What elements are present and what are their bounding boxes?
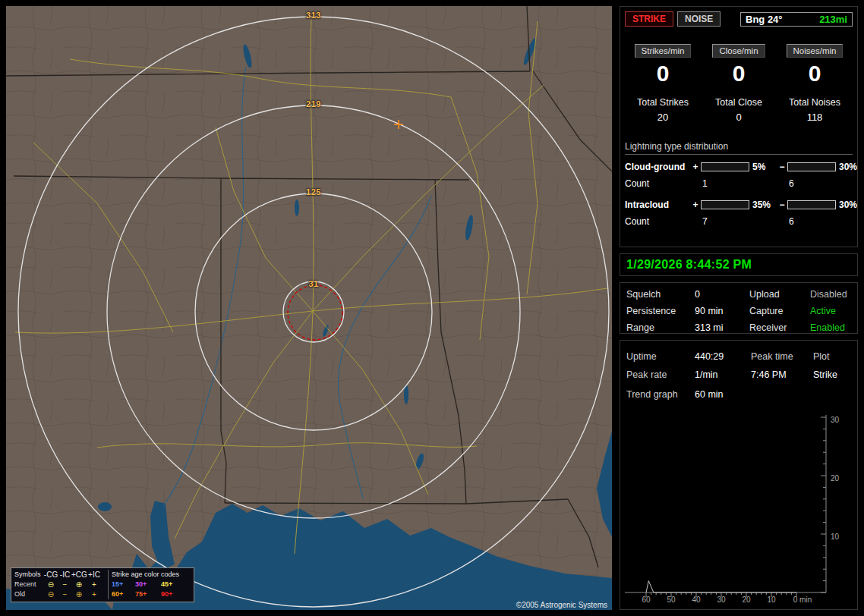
minus-sign: − [777,162,787,172]
cloud-ground-count-row: Count 1 6 [625,178,853,189]
setting-label: Upload [749,289,810,300]
radar-map[interactable]: 313 219 125 31 Symbols -CG -IC +CG +IC S… [6,6,612,610]
intracloud-count-row: Count 7 6 [625,216,853,227]
x-tick-10: 10 [767,596,775,604]
cg-plus-bar [701,162,749,171]
age-15: 15+ [108,580,135,589]
age-90: 90+ [161,589,191,599]
noises-per-min-column: Noises/min 0 Total Noises 118 [777,43,853,123]
legend-col--cg: -CG [43,570,58,580]
cg-minus-bar [787,162,836,171]
stat-value: 7:46 PM [751,369,813,380]
neg-cg-icon: ⊖ [43,580,58,589]
setting-value: 90 min [695,306,749,316]
stats-section: Uptime 440:29 Peak time Plot Peak rate 1… [620,340,858,610]
strikes-per-min-button[interactable]: Strikes/min [635,44,692,58]
bearing-distance: 213mi [819,14,847,25]
stat-label: Peak time [751,351,813,362]
total-strikes-label: Total Strikes [625,97,701,108]
age-30: 30+ [135,580,161,589]
setting-value: Active [810,306,851,316]
trend-graph-canvas [625,403,853,606]
stat-value: 440:29 [695,351,751,362]
neg-ic-icon: − [58,580,71,589]
total-noises-label: Total Noises [777,97,853,108]
total-strikes-value: 20 [625,112,701,123]
map-terrain [6,6,612,610]
bearing-label: Bng 24° [746,14,783,25]
rate-counters: Strikes/min 0 Total Strikes 20 Close/min… [625,43,853,123]
stat-value: Strike [813,369,851,380]
age-60: 60+ [108,589,135,599]
pos-ic-old-icon: + [87,589,102,599]
settings-section: Squelch 0 Upload Disabled Persistence 90… [620,282,858,334]
pos-cg-old-icon: ⊕ [71,589,87,599]
x-tick-40: 40 [692,596,700,604]
status-panel: STRIKE NOISE Bng 24° 213mi Strikes/min 0… [620,6,858,610]
ic-minus-bar [787,200,836,209]
stat-label: Uptime [626,351,695,362]
setting-value: 0 [695,289,749,300]
legend-col-+ic: +IC [87,570,102,580]
ic-minus-count: 6 [787,216,836,227]
ic-minus-pct: 30% [836,200,859,210]
noises-per-min-button[interactable]: Noises/min [787,44,844,58]
setting-label: Range [626,322,695,333]
setting-value: 313 mi [695,322,749,333]
setting-label: Capture [749,306,810,316]
count-label: Count [625,178,690,189]
ic-plus-pct: 35% [749,200,777,210]
minus-sign: − [777,200,787,210]
distribution-title: Lightning type distribution [625,141,853,155]
age-75: 75+ [135,589,161,599]
legend-symbols-title: Symbols [14,570,43,580]
bearing-display: Bng 24° 213mi [740,12,853,27]
cloud-ground-label: Cloud-ground [625,162,690,172]
strike-mode-button[interactable]: STRIKE [625,11,673,27]
x-tick-50: 50 [667,596,675,604]
map-legend: Symbols -CG -IC +CG +IC Strike age color… [11,567,194,602]
neg-ic-old-icon: − [58,589,71,599]
noises-per-min-value: 0 [777,61,853,86]
ring-label-31: 31 [308,279,318,288]
plus-sign: + [690,162,701,172]
plus-sign: + [690,200,701,210]
trend-series-strike [646,581,796,592]
setting-label: Squelch [626,289,695,300]
legend-col-+cg: +CG [71,570,87,580]
y-tick-30: 30 [831,416,839,424]
setting-value: Enabled [810,322,851,333]
ring-label-313: 313 [306,11,321,20]
close-per-min-column: Close/min 0 Total Close 0 [701,43,777,123]
intracloud-row: Intracloud + 35% − 30% [625,200,853,210]
pos-cg-icon: ⊕ [71,580,87,589]
stat-value: 1/min [695,369,751,380]
ring-label-219: 219 [306,99,321,108]
copyright-text: ©2005 Astrogenic Systems [516,601,607,609]
y-tick-20: 20 [831,474,839,482]
x-tick-30: 30 [717,596,725,604]
close-per-min-button[interactable]: Close/min [712,44,765,58]
age-45: 45+ [161,580,191,589]
setting-label: Persistence [626,306,695,316]
y-tick-10: 10 [831,533,839,541]
cg-minus-count: 6 [787,178,836,189]
trend-graph-window: 60 min [695,389,851,400]
datetime-section: 1/29/2026 8:44:52 PM [620,253,858,276]
x-tick-20: 20 [742,596,750,604]
legend-age-title: Strike age color codes [108,570,191,580]
legend-row-recent: Recent [14,580,43,589]
strikes-per-min-value: 0 [625,61,701,86]
counters-section: STRIKE NOISE Bng 24° 213mi Strikes/min 0… [620,6,858,247]
trend-graph-label: Trend graph [626,389,695,400]
close-per-min-value: 0 [701,61,777,86]
noise-mode-button[interactable]: NOISE [677,11,721,27]
x-tick-0: 0 min [793,596,812,604]
setting-label: Receiver [749,322,810,333]
ring-label-125: 125 [306,187,321,196]
ic-plus-count: 7 [701,216,749,227]
neg-cg-old-icon: ⊖ [43,589,58,599]
cloud-ground-row: Cloud-ground + 5% − 30% [625,162,853,172]
intracloud-label: Intracloud [625,200,690,210]
count-label: Count [625,216,690,227]
